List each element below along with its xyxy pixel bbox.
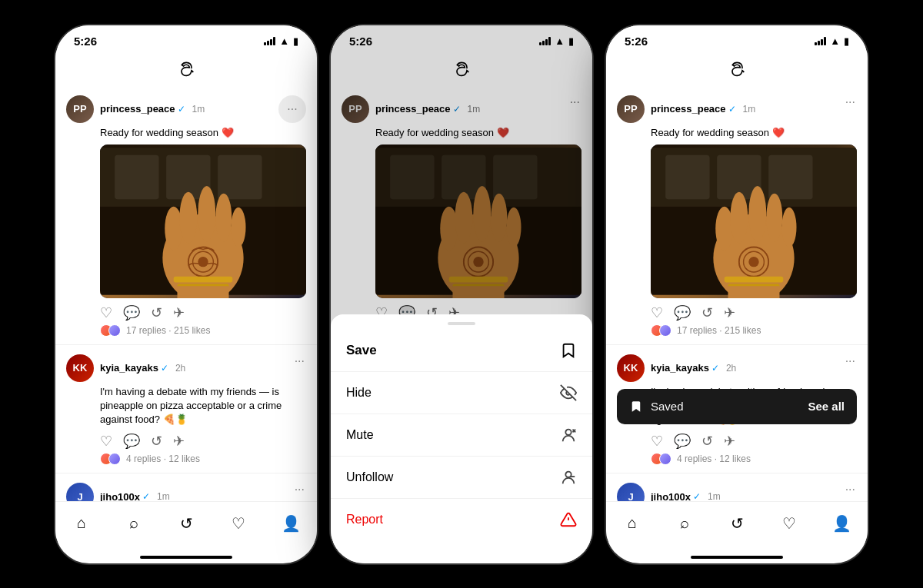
sheet-mute-item[interactable]: Mute xyxy=(331,414,592,457)
post-1: PP princess_peace ✓ 1m ··· Ready for wed… xyxy=(55,86,317,345)
svg-point-9 xyxy=(215,193,232,241)
post-2-verified: ✓ xyxy=(161,363,168,374)
sheet-unfollow-item[interactable]: Unfollow xyxy=(331,457,592,499)
post-2-more-icon[interactable]: ··· xyxy=(293,354,306,368)
post-3-3-header: J jiho100x ✓ 1m ··· xyxy=(617,483,857,500)
post-3-1: PP princess_peace ✓ 1m ··· Ready for wed… xyxy=(606,86,868,345)
post-1-image xyxy=(100,145,306,298)
comment-icon-2[interactable]: 💬 xyxy=(123,433,140,450)
svg-point-51 xyxy=(766,193,782,241)
stat-avatar-3-1b xyxy=(659,324,671,337)
toast-see-all-button[interactable]: See all xyxy=(808,400,845,413)
app-header-3 xyxy=(606,51,868,86)
stat-avatar-3-2b xyxy=(659,453,671,465)
share-icon-3-1[interactable]: ✈ xyxy=(724,304,735,321)
nav-likes-3[interactable]: ♡ xyxy=(775,510,803,537)
share-icon-1[interactable]: ✈ xyxy=(173,304,185,321)
svg-point-49 xyxy=(730,191,748,243)
post-3-1-time: 1m xyxy=(743,104,756,115)
post-2-avatar: KK xyxy=(66,354,94,382)
post-2-time: 2h xyxy=(175,363,185,374)
post-2: KK kyia_kayaks ✓ 2h ··· I'm having a deb… xyxy=(55,345,317,474)
svg-point-38 xyxy=(565,471,571,477)
like-icon-3-1[interactable]: ♡ xyxy=(651,304,663,321)
post-3-1-stats: 17 replies · 215 likes xyxy=(651,324,857,337)
repost-icon-2[interactable]: ↺ xyxy=(151,433,162,450)
svg-point-13 xyxy=(198,257,208,267)
stat-avatar-2b xyxy=(108,453,121,465)
post-2-header: KK kyia_kayaks ✓ 2h ··· xyxy=(66,354,306,382)
post-3-3-more-icon[interactable]: ··· xyxy=(844,483,857,497)
wifi-icon: ▲ xyxy=(279,35,289,47)
stat-avatars-3-1 xyxy=(651,324,668,337)
post-3-1-verified: ✓ xyxy=(728,104,736,115)
post-3-2-user: KK kyia_kayaks ✓ 2h xyxy=(617,354,736,382)
battery-icon: ▮ xyxy=(293,35,298,47)
repost-icon-3-2[interactable]: ↺ xyxy=(701,433,713,450)
share-icon-2[interactable]: ✈ xyxy=(173,433,185,450)
nav-search-1[interactable]: ⌕ xyxy=(120,510,148,537)
feed-1: PP princess_peace ✓ 1m ··· Ready for wed… xyxy=(55,86,317,501)
post-1-more-button[interactable]: ··· xyxy=(278,95,306,123)
nav-compose-1[interactable]: ↺ xyxy=(172,510,200,537)
post-3-more-icon[interactable]: ··· xyxy=(293,483,306,497)
share-icon-3-2[interactable]: ✈ xyxy=(724,433,735,450)
nav-home-3[interactable]: ⌂ xyxy=(618,510,646,537)
post-3-1-actions: ♡ 💬 ↺ ✈ xyxy=(651,304,857,321)
nav-home-1[interactable]: ⌂ xyxy=(68,510,95,537)
post-3-3-username: jiho100x xyxy=(651,491,691,501)
post-3-1-more-icon[interactable]: ··· xyxy=(844,95,857,109)
post-3-3: J jiho100x ✓ 1m ··· Don't let my Italian… xyxy=(606,473,868,500)
sheet-unfollow-icon xyxy=(560,469,577,486)
post-3-user: J jiho100x ✓ 1m xyxy=(66,483,170,500)
post-1-time: 1m xyxy=(192,104,205,115)
sheet-handle xyxy=(448,322,475,325)
post-1-verified: ✓ xyxy=(178,104,185,115)
like-icon-1[interactable]: ♡ xyxy=(100,304,112,321)
post-3-2-avatar: KK xyxy=(617,354,645,382)
nav-profile-3[interactable]: 👤 xyxy=(828,510,855,537)
sheet-bookmark-icon xyxy=(560,342,577,359)
svg-point-35 xyxy=(565,429,571,434)
status-time-1: 5:26 xyxy=(74,35,97,48)
post-1-stats-text: 17 replies · 215 likes xyxy=(126,325,210,336)
comment-icon-1[interactable]: 💬 xyxy=(123,304,140,321)
repost-icon-3-1[interactable]: ↺ xyxy=(701,304,713,321)
post-1-more-icon[interactable]: ··· xyxy=(285,102,298,116)
status-bar-3: 5:26 ▲ ▮ xyxy=(606,25,868,51)
nav-likes-1[interactable]: ♡ xyxy=(225,510,252,537)
post-1-content: Ready for wedding season ❤️ xyxy=(100,126,306,140)
post-2-stats-text: 4 replies · 12 likes xyxy=(126,453,200,464)
post-3-3-user: J jiho100x ✓ 1m xyxy=(617,483,721,500)
post-3-1-avatar: PP xyxy=(617,95,645,123)
sheet-report-item[interactable]: Report xyxy=(331,499,592,540)
svg-rect-44 xyxy=(665,155,709,199)
nav-search-3[interactable]: ⌕ xyxy=(671,510,698,537)
comment-icon-3-1[interactable]: 💬 xyxy=(674,304,691,321)
sheet-mute-icon xyxy=(560,427,577,443)
nav-compose-3[interactable]: ↺ xyxy=(723,510,751,537)
post-2-username: kyia_kayaks xyxy=(100,362,158,374)
post-3-2-more-icon[interactable]: ··· xyxy=(844,354,857,368)
sheet-report-icon xyxy=(560,511,577,528)
sheet-unfollow-label: Unfollow xyxy=(346,470,393,484)
svg-rect-16 xyxy=(178,286,229,298)
sheet-save-item[interactable]: Save xyxy=(331,330,592,372)
app-header-1 xyxy=(55,51,317,86)
post-2-user: KK kyia_kayaks ✓ 2h xyxy=(66,354,185,382)
comment-icon-3-2[interactable]: 💬 xyxy=(674,433,691,450)
phone-2: 5:26 ▲ ▮ PP xyxy=(331,25,592,563)
like-icon-2[interactable]: ♡ xyxy=(100,433,112,450)
phone-3: 5:26 ▲ ▮ PP xyxy=(606,25,868,563)
svg-rect-14 xyxy=(174,276,233,282)
nav-profile-1[interactable]: 👤 xyxy=(277,510,305,537)
post-1-header: PP princess_peace ✓ 1m ··· xyxy=(66,95,306,123)
bottom-nav-3: ⌂ ⌕ ↺ ♡ 👤 xyxy=(606,501,868,553)
post-3-2-actions: ♡ 💬 ↺ ✈ xyxy=(651,433,857,450)
post-3-2-header: KK kyia_kayaks ✓ 2h ··· xyxy=(617,354,857,382)
threads-logo-1 xyxy=(174,57,198,81)
sheet-hide-item[interactable]: Hide xyxy=(331,372,592,414)
like-icon-3-2[interactable]: ♡ xyxy=(651,433,663,450)
repost-icon-1[interactable]: ↺ xyxy=(151,304,162,321)
post-3-header: J jiho100x ✓ 1m ··· xyxy=(66,483,306,500)
